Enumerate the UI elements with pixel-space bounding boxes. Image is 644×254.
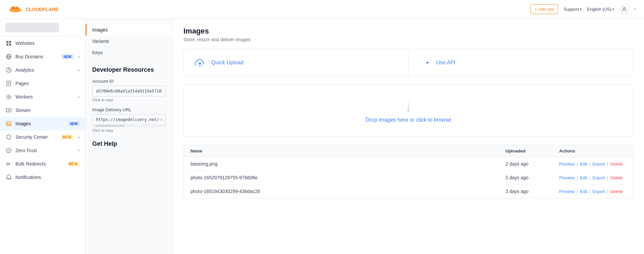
svg-rect-6 bbox=[6, 41, 8, 43]
use-api-label: Use API bbox=[436, 60, 455, 66]
sidebar: Websites Buy Domains New ▸ Analytics ▸ P… bbox=[0, 19, 86, 254]
sidebar-item-buy-domains[interactable]: Buy Domains New ▸ bbox=[0, 50, 85, 63]
sidebar-item-label: Websites bbox=[15, 41, 80, 46]
svg-point-19 bbox=[6, 94, 11, 99]
bell-icon bbox=[5, 174, 12, 181]
get-help-section: Get Help bbox=[86, 140, 172, 147]
delivery-url-group: Image Delivery URL Click to copy bbox=[92, 107, 166, 132]
main-content: Images Store, resize and deliver images … bbox=[173, 19, 644, 254]
expand-icon: ▸ bbox=[78, 135, 80, 139]
edit-link[interactable]: Edit bbox=[580, 189, 587, 194]
edit-link[interactable]: Edit bbox=[580, 175, 587, 180]
url-scrollbar-thumb bbox=[95, 125, 124, 127]
export-link[interactable]: Export bbox=[592, 162, 605, 167]
get-help-title: Get Help bbox=[92, 140, 166, 147]
new-badge: New bbox=[62, 54, 73, 59]
redirect-icon bbox=[5, 161, 12, 167]
export-link[interactable]: Export bbox=[592, 189, 605, 194]
svg-point-5 bbox=[623, 7, 625, 9]
images-table: Name Uploaded Actions baseimg.png 2 days… bbox=[183, 145, 633, 198]
drop-arrow-icon: ↓ bbox=[405, 98, 413, 114]
sidebar-item-label: Bulk Redirects bbox=[15, 161, 64, 167]
quick-upload-label: Quick Upload bbox=[211, 60, 244, 66]
svg-marker-21 bbox=[8, 110, 10, 111]
drop-zone[interactable]: ↓ Drop images here or click to browse bbox=[183, 84, 633, 137]
use-api-card[interactable]: Use API bbox=[409, 49, 633, 76]
cell-actions: Preview | Edit | Export | Delete bbox=[559, 175, 626, 180]
delete-link[interactable]: Delete bbox=[610, 189, 623, 194]
cell-uploaded: 2 days ago bbox=[505, 175, 559, 180]
cell-actions: Preview | Edit | Export | Delete bbox=[559, 162, 626, 167]
url-scrollbar[interactable] bbox=[92, 125, 166, 127]
svg-point-18 bbox=[8, 96, 10, 98]
sidebar-item-label: Security Center bbox=[15, 134, 57, 140]
drop-text: Drop images here or click to browse bbox=[366, 117, 451, 123]
delivery-url-copy-hint[interactable]: Click to copy bbox=[92, 128, 166, 132]
col-uploaded: Uploaded bbox=[505, 148, 559, 153]
sidebar-item-label: Images bbox=[15, 121, 65, 126]
upload-icon bbox=[193, 56, 207, 69]
page-subtitle: Store, resize and deliver images bbox=[183, 37, 633, 42]
subnav-keys[interactable]: Keys bbox=[86, 47, 172, 58]
language-caret-icon: ▾ bbox=[612, 7, 614, 11]
table-row: photo-1652079129755-97b606e 2 days ago P… bbox=[184, 171, 633, 185]
export-link[interactable]: Export bbox=[592, 175, 605, 180]
preview-link[interactable]: Preview bbox=[559, 162, 575, 167]
sidebar-item-pages[interactable]: Pages bbox=[0, 77, 85, 90]
subnav-variants[interactable]: Variants bbox=[86, 36, 172, 47]
account-id-label: Account ID bbox=[92, 79, 166, 84]
table-row: baseimg.png 2 days ago Preview | Edit | … bbox=[184, 157, 633, 171]
preview-link[interactable]: Preview bbox=[559, 175, 575, 180]
delete-link[interactable]: Delete bbox=[610, 175, 623, 180]
sidebar-item-analytics[interactable]: Analytics ▸ bbox=[0, 63, 85, 77]
sidebar-item-notifications[interactable]: Notifications bbox=[0, 171, 85, 184]
zero-trust-icon bbox=[5, 147, 12, 154]
account-selector[interactable] bbox=[0, 19, 85, 37]
sidebar-item-bulk-redirects[interactable]: Bulk Redirects Beta bbox=[0, 157, 85, 171]
external-link-icon: ↗ bbox=[77, 148, 80, 153]
analytics-icon bbox=[5, 67, 12, 73]
sidebar-item-label: Pages bbox=[15, 81, 80, 86]
sidebar-item-images[interactable]: Images New bbox=[0, 117, 85, 130]
expand-icon: ▸ bbox=[78, 55, 80, 59]
col-name: Name bbox=[191, 148, 505, 153]
quick-upload-card[interactable]: Quick Upload bbox=[184, 49, 409, 76]
sidebar-item-stream[interactable]: Stream bbox=[0, 104, 85, 117]
delivery-url-input[interactable] bbox=[92, 114, 166, 125]
globe-icon bbox=[5, 53, 12, 60]
websites-icon bbox=[5, 40, 12, 47]
add-site-button[interactable]: + Add site bbox=[530, 4, 558, 14]
sidebar-item-zero-trust[interactable]: Zero Trust ↗ bbox=[0, 144, 85, 157]
sidebar-item-label: Stream bbox=[15, 108, 80, 113]
dev-resources-section: Developer Resources Account ID Click to … bbox=[86, 58, 172, 132]
account-id-input[interactable] bbox=[92, 86, 166, 97]
subnav-images[interactable]: Images bbox=[86, 24, 172, 36]
workers-icon bbox=[5, 93, 12, 100]
delivery-url-label: Image Delivery URL bbox=[92, 107, 166, 112]
edit-link[interactable]: Edit bbox=[580, 162, 587, 167]
sidebar-item-label: Notifications bbox=[15, 175, 80, 180]
expand-icon: ▸ bbox=[78, 95, 80, 99]
images-icon bbox=[5, 120, 12, 127]
sidebar-item-websites[interactable]: Websites bbox=[0, 37, 85, 50]
table-header: Name Uploaded Actions bbox=[184, 145, 633, 157]
support-link[interactable]: Support ▾ bbox=[564, 7, 582, 12]
user-menu[interactable] bbox=[620, 5, 629, 14]
sidebar-item-workers[interactable]: Workers ▸ bbox=[0, 90, 85, 104]
dev-resources-title: Developer Resources bbox=[92, 66, 166, 73]
table-row: photo-1651943030299-436dac28 3 days ago … bbox=[184, 185, 633, 198]
sidebar-item-label: Zero Trust bbox=[15, 148, 73, 153]
account-id-copy-hint[interactable]: Click to copy bbox=[92, 98, 166, 102]
logo[interactable]: CLOUDFLARE bbox=[8, 4, 58, 15]
account-id-group: Account ID Click to copy bbox=[92, 79, 166, 102]
delete-link[interactable]: Delete bbox=[610, 162, 623, 167]
col-actions: Actions bbox=[559, 148, 626, 153]
user-caret-icon: ▾ bbox=[634, 7, 636, 11]
svg-rect-8 bbox=[6, 44, 8, 46]
sidebar-item-security-center[interactable]: Security Center Beta ▸ bbox=[0, 130, 85, 144]
cell-actions: Preview | Edit | Export | Delete bbox=[559, 189, 626, 194]
language-selector[interactable]: English (US) ▾ bbox=[587, 7, 614, 12]
preview-link[interactable]: Preview bbox=[559, 189, 575, 194]
support-caret-icon: ▾ bbox=[580, 7, 582, 11]
cell-uploaded: 2 days ago bbox=[505, 161, 559, 167]
